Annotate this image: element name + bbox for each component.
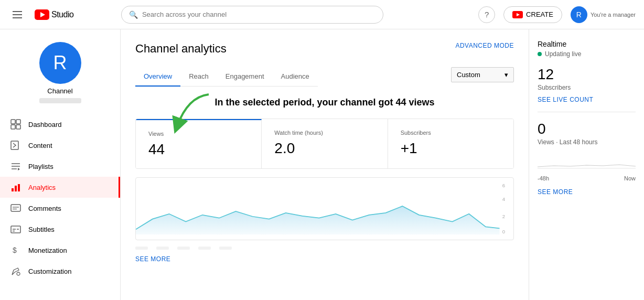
stat-subscribers[interactable]: Subscribers +1: [388, 119, 513, 168]
sidebar-item-dashboard[interactable]: Dashboard: [0, 114, 120, 135]
analytics-tabs: Overview Reach Engagement Audience: [135, 67, 318, 87]
stat-views[interactable]: Views 44: [136, 119, 262, 168]
svg-text:2: 2: [502, 214, 505, 219]
analytics-icon: [10, 182, 21, 192]
svg-rect-1: [16, 120, 20, 124]
see-live-count-link[interactable]: SEE LIVE COUNT: [538, 96, 593, 103]
sidebar-item-subtitles[interactable]: Subtitles: [0, 219, 120, 240]
svg-text:6: 6: [502, 183, 505, 188]
svg-text:4: 4: [502, 197, 505, 202]
customization-icon: [10, 266, 21, 276]
avatar-subtitle: You're a manager: [591, 12, 636, 18]
mini-chart-labels: -48h Now: [538, 175, 636, 181]
header-left: Studio: [8, 7, 73, 23]
sidebar-item-comments[interactable]: Comments: [0, 198, 120, 219]
content-label: Content: [28, 142, 52, 149]
realtime-panel: Realtime Updating live 12 Subscribers SE…: [529, 29, 644, 300]
highlight-text: In the selected period, your channel got…: [135, 97, 514, 108]
logo[interactable]: Studio: [35, 9, 73, 20]
views-label: Views: [148, 131, 249, 137]
monetization-icon: $: [10, 245, 21, 255]
search-bar[interactable]: 🔍: [121, 6, 383, 24]
date-label-4: [198, 247, 211, 250]
realtime-title: Realtime: [538, 40, 636, 48]
playlists-label: Playlists: [28, 163, 53, 170]
date-label-3: [177, 247, 190, 250]
divider: [538, 112, 636, 112]
realtime-subscribers-label: Subscribers: [538, 84, 636, 91]
subtitles-label: Subtitles: [28, 226, 55, 233]
svg-rect-4: [11, 141, 18, 149]
highlight-area: In the selected period, your channel got…: [135, 97, 514, 108]
body: R Channel Dashboard Content: [0, 29, 644, 300]
main-content: Channel analytics ADVANCED MODE Overview…: [121, 29, 529, 300]
customization-label: Customization: [28, 267, 71, 275]
comments-icon: [10, 203, 21, 213]
svg-rect-2: [11, 125, 15, 129]
comments-label: Comments: [28, 205, 61, 212]
help-button[interactable]: ?: [478, 6, 495, 23]
search-icon: 🔍: [129, 10, 138, 19]
tab-audience[interactable]: Audience: [273, 67, 318, 87]
watch-time-value: 2.0: [274, 140, 374, 157]
subscribers-label: Subscribers: [401, 130, 501, 136]
views-value: 44: [148, 141, 249, 158]
profile-name-placeholder: [39, 98, 81, 103]
header-right: ? CREATE R You're a manager: [478, 6, 636, 23]
tabs-row: Overview Reach Engagement Audience Custo…: [135, 67, 514, 97]
hamburger-menu[interactable]: [8, 7, 26, 23]
sidebar: R Channel Dashboard Content: [0, 29, 121, 300]
updating-label: Updating live: [545, 50, 581, 58]
sidebar-item-monetization[interactable]: $ Monetization: [0, 240, 120, 261]
mini-label-left: -48h: [538, 175, 549, 181]
svg-rect-3: [16, 125, 20, 129]
account-avatar[interactable]: R You're a manager: [571, 6, 636, 23]
logo-text-wrap: Studio: [51, 10, 73, 19]
tab-engagement[interactable]: Engagement: [217, 67, 273, 87]
sidebar-item-customization[interactable]: Customization: [0, 261, 120, 282]
tab-overview[interactable]: Overview: [135, 67, 180, 87]
advanced-mode-link[interactable]: ADVANCED MODE: [455, 42, 514, 49]
create-button[interactable]: CREATE: [503, 6, 562, 23]
app-container: Studio 🔍 ? CREATE R You're a manager: [0, 0, 644, 300]
see-more-link[interactable]: SEE MORE: [135, 255, 170, 263]
realtime-see-more-link[interactable]: SEE MORE: [538, 188, 573, 196]
page-title: Channel analytics: [135, 42, 227, 56]
header: Studio 🔍 ? CREATE R You're a manager: [0, 0, 644, 29]
svg-point-20: [17, 272, 20, 275]
dashboard-label: Dashboard: [28, 121, 62, 128]
date-range-selector: Custom ▾: [451, 67, 514, 82]
search-input[interactable]: [142, 10, 375, 18]
profile-channel-label: Channel: [47, 87, 72, 95]
sidebar-item-playlists[interactable]: Playlists: [0, 156, 120, 177]
svg-rect-11: [18, 184, 20, 191]
mini-chart: [538, 150, 636, 171]
chart-area: 6 4 2 0: [135, 177, 514, 240]
chevron-down-icon: ▾: [505, 71, 508, 79]
stat-watch-time[interactable]: Watch time (hours) 2.0: [262, 119, 388, 168]
svg-text:$: $: [13, 246, 17, 254]
tab-reach[interactable]: Reach: [180, 67, 217, 87]
chart-footer: [135, 247, 514, 250]
dashboard-icon: [10, 119, 21, 130]
svg-rect-12: [11, 205, 20, 211]
mini-label-right: Now: [624, 175, 636, 181]
realtime-subscribers-count: 12: [538, 66, 636, 83]
playlists-icon: [10, 161, 21, 172]
title-row: Channel analytics ADVANCED MODE: [135, 42, 514, 65]
profile-avatar: R: [39, 42, 81, 84]
date-label-2: [156, 247, 169, 250]
youtube-logo-icon: [35, 9, 49, 20]
custom-dropdown[interactable]: Custom ▾: [451, 67, 514, 82]
sidebar-item-content[interactable]: Content: [0, 135, 120, 156]
sidebar-profile: R Channel: [0, 38, 120, 114]
studio-label: Studio: [51, 10, 73, 19]
date-labels: [135, 247, 232, 250]
subscribers-value: +1: [401, 140, 501, 157]
svg-rect-0: [11, 120, 15, 124]
avatar-circle: R: [571, 6, 587, 23]
sidebar-item-analytics[interactable]: Analytics: [0, 177, 120, 198]
content-icon: [10, 140, 21, 151]
realtime-status: Updating live: [538, 50, 636, 58]
realtime-views-count: 0: [538, 121, 636, 137]
